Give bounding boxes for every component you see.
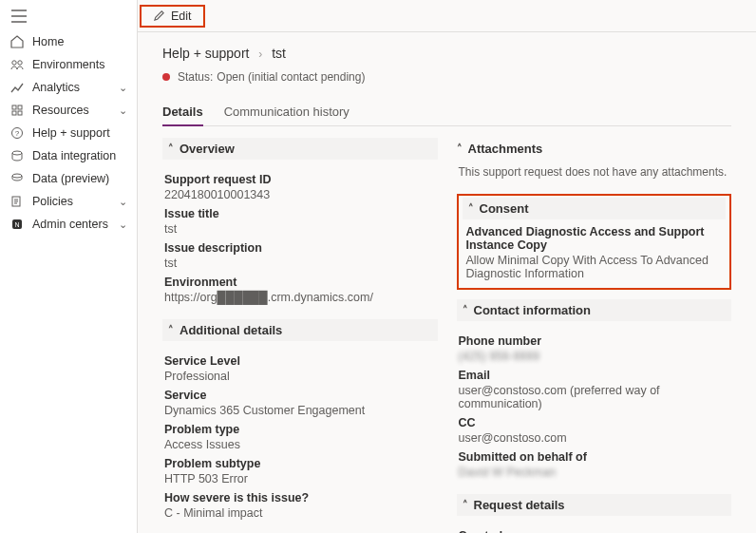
home-icon (9, 35, 25, 48)
sidebar-item-label: Analytics (32, 81, 80, 94)
sidebar-item-data-preview[interactable]: Data (preview) (0, 167, 137, 190)
label-service-level: Service Level (164, 354, 436, 368)
value-service-level: Professional (164, 370, 436, 383)
section-attachments: ˄ Attachments This support request does … (457, 138, 732, 184)
toolbar: Edit (138, 0, 756, 32)
attachments-empty: This support request does not have any a… (457, 160, 732, 184)
tab-communication-history[interactable]: Communication history (224, 101, 350, 125)
value-support-id: 2204180010001343 (164, 188, 436, 201)
value-environment: https://org██████.crm.dynamics.com/ (164, 291, 436, 304)
sidebar-item-data-integration[interactable]: Data integration (0, 144, 137, 167)
sidebar-item-resources[interactable]: Resources ⌄ (0, 99, 137, 122)
edit-button[interactable]: Edit (140, 5, 205, 28)
sidebar-item-label: Data integration (32, 149, 116, 162)
value-service: Dynamics 365 Customer Engagement (164, 404, 436, 417)
svg-rect-3 (18, 105, 22, 109)
tab-details[interactable]: Details (162, 101, 203, 126)
sidebar: Home Environments Analytics ⌄ Resources … (0, 0, 138, 533)
chevron-down-icon: ⌄ (119, 219, 127, 231)
label-behalf: Submitted on behalf of (459, 450, 730, 464)
label-severity: How severe is this issue? (164, 491, 436, 504)
label-issue-title: Issue title (164, 207, 436, 220)
breadcrumb-parent[interactable]: Help + support (162, 46, 249, 61)
section-header-overview[interactable]: ˄ Overview (162, 138, 438, 160)
consent-heading: Advanced Diagnostic Access and Support I… (463, 219, 727, 254)
sidebar-item-label: Data (preview) (32, 172, 109, 185)
sidebar-item-label: Admin centers (32, 218, 108, 231)
section-header-consent[interactable]: ˄ Consent (463, 198, 727, 219)
sidebar-item-label: Environments (32, 58, 104, 71)
sidebar-item-policies[interactable]: Policies ⌄ (0, 190, 137, 213)
status-label: Status: (178, 70, 213, 84)
label-phone: Phone number (459, 334, 730, 348)
chevron-up-icon: ˄ (457, 143, 463, 155)
edit-label: Edit (171, 10, 192, 23)
value-behalf: David W Peckman (459, 466, 730, 479)
section-additional-details: ˄ Additional details Service Level Profe… (162, 319, 438, 525)
svg-point-9 (12, 174, 22, 178)
chevron-down-icon: ⌄ (119, 105, 127, 117)
label-problem-type: Problem type (164, 423, 436, 436)
chevron-down-icon: ⌄ (119, 196, 127, 208)
sidebar-item-admin-centers[interactable]: N Admin centers ⌄ (0, 213, 137, 236)
svg-rect-5 (18, 111, 22, 115)
status-value: Open (initial contact pending) (217, 70, 365, 84)
tabs: Details Communication history (162, 101, 731, 126)
main: Edit Help + support › tst Status: Open (… (138, 0, 756, 533)
chevron-up-icon: ˄ (463, 304, 468, 316)
section-header-additional[interactable]: ˄ Additional details (162, 319, 438, 341)
label-issue-description: Issue description (164, 241, 436, 255)
pencil-icon (153, 10, 165, 22)
analytics-icon (9, 81, 25, 94)
hamburger-menu[interactable] (0, 6, 137, 30)
data-integration-icon (9, 149, 25, 162)
policies-icon (9, 195, 25, 208)
section-header-request[interactable]: ˄ Request details (457, 494, 732, 516)
svg-text:?: ? (15, 129, 20, 138)
label-cc: CC (459, 416, 730, 429)
section-header-attachments[interactable]: ˄ Attachments (457, 138, 732, 160)
svg-text:N: N (14, 221, 19, 228)
environments-icon (9, 58, 25, 71)
resources-icon (9, 104, 25, 117)
chevron-up-icon: ˄ (468, 202, 474, 215)
value-problem-subtype: HTTP 503 Error (164, 472, 436, 485)
help-icon: ? (9, 126, 25, 140)
value-issue-description: tst (164, 257, 436, 270)
label-problem-subtype: Problem subtype (164, 457, 436, 470)
chevron-down-icon: ⌄ (119, 82, 127, 94)
status-indicator-icon (162, 73, 170, 81)
section-overview: ˄ Overview Support request ID 2204180010… (162, 138, 438, 310)
consent-text: Allow Minimal Copy With Access To Advanc… (463, 254, 727, 280)
value-cc: user@constoso.com (459, 431, 730, 445)
sidebar-item-label: Help + support (32, 126, 110, 140)
status-row: Status: Open (initial contact pending) (162, 70, 731, 84)
value-problem-type: Access Issues (164, 438, 436, 451)
svg-rect-4 (12, 111, 16, 115)
chevron-up-icon: ˄ (463, 499, 468, 511)
label-support-id: Support request ID (164, 173, 436, 186)
label-created: Created (459, 529, 730, 533)
chevron-up-icon: ˄ (168, 324, 174, 336)
chevron-right-icon: › (253, 48, 268, 61)
breadcrumb-current: tst (272, 46, 286, 61)
section-request-details: ˄ Request details Created 04/18/2022 10:… (457, 494, 732, 533)
svg-point-0 (12, 61, 16, 65)
chevron-up-icon: ˄ (168, 143, 174, 155)
breadcrumb: Help + support › tst (162, 46, 731, 61)
section-consent: ˄ Consent Advanced Diagnostic Access and… (457, 194, 732, 290)
section-header-contact[interactable]: ˄ Contact information (457, 299, 732, 321)
svg-rect-2 (12, 105, 16, 109)
sidebar-item-label: Resources (32, 104, 89, 117)
sidebar-item-environments[interactable]: Environments (0, 53, 137, 76)
label-service: Service (164, 389, 436, 402)
sidebar-item-help-support[interactable]: ? Help + support (0, 122, 137, 144)
svg-point-8 (12, 151, 22, 155)
section-contact: ˄ Contact information Phone number (425)… (457, 299, 732, 485)
label-environment: Environment (164, 276, 436, 289)
sidebar-item-analytics[interactable]: Analytics ⌄ (0, 76, 137, 99)
sidebar-item-label: Policies (32, 195, 73, 208)
admin-centers-icon: N (9, 218, 25, 231)
svg-point-1 (18, 61, 22, 65)
sidebar-item-home[interactable]: Home (0, 30, 137, 53)
